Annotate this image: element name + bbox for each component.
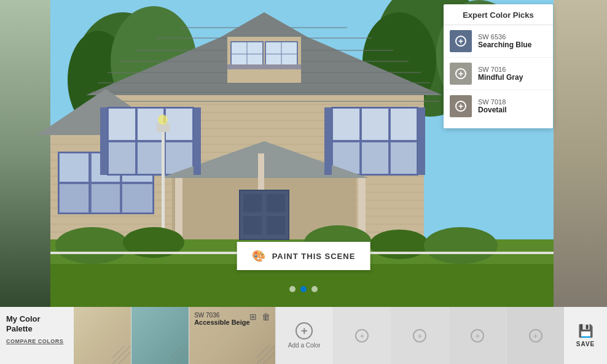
palette-title: My ColorPalette <box>6 314 41 333</box>
color-pick-code-1: SW 6536 <box>478 33 531 41</box>
color-pick-info-3: SW 7018 Dovetail <box>478 98 507 114</box>
svg-rect-113 <box>418 107 425 175</box>
svg-rect-97 <box>243 194 262 212</box>
color-swatch-blue[interactable]: + <box>450 30 472 52</box>
svg-rect-75 <box>109 109 135 140</box>
svg-rect-7 <box>0 0 50 307</box>
carousel-dot-1[interactable] <box>289 286 296 292</box>
svg-rect-110 <box>100 107 108 175</box>
svg-line-122 <box>263 352 275 364</box>
color-pick-item-2[interactable]: + SW 7016 Mindful Gray <box>444 58 553 90</box>
save-label: SAVE <box>576 341 595 347</box>
empty-plus-2[interactable]: + <box>413 329 426 343</box>
expert-panel-title: Expert Color Picks <box>444 10 553 25</box>
svg-rect-99 <box>243 216 262 234</box>
svg-point-103 <box>158 115 168 125</box>
carousel-dots <box>289 286 318 292</box>
palette-swatch-1[interactable] <box>74 307 131 364</box>
palette-bar: My ColorPalette COMPARE COLORS <box>0 307 607 364</box>
svg-rect-10 <box>50 264 554 307</box>
swatch-hatch-3 <box>257 346 275 364</box>
add-color-btn-1[interactable]: + <box>455 36 466 47</box>
paint-button-label: PAINT THIS SCENE <box>272 252 356 261</box>
expert-color-panel: Expert Color Picks + SW 6536 Searching B… <box>444 4 553 128</box>
carousel-dot-2[interactable] <box>300 286 307 292</box>
main-container: Expert Color Picks + SW 6536 Searching B… <box>0 0 607 364</box>
swatch-hatch-1 <box>112 346 131 364</box>
color-pick-code-3: SW 7018 <box>478 98 507 106</box>
palette-swatch-empty-2[interactable]: + <box>391 307 449 364</box>
svg-line-118 <box>170 346 182 358</box>
svg-point-108 <box>424 227 498 264</box>
scene-area: Expert Color Picks + SW 6536 Searching B… <box>0 0 607 307</box>
paint-icon: 🎨 <box>252 249 266 263</box>
palette-swatch-empty-3[interactable]: + <box>449 307 507 364</box>
palette-swatch-empty-1[interactable]: + <box>334 307 391 364</box>
svg-rect-79 <box>138 142 163 174</box>
svg-line-121 <box>257 346 269 358</box>
compare-colors-button[interactable]: COMPARE COLORS <box>6 338 63 344</box>
svg-rect-89 <box>362 142 388 174</box>
svg-point-107 <box>370 230 429 259</box>
svg-rect-86 <box>362 109 388 140</box>
svg-rect-98 <box>267 194 285 212</box>
svg-rect-78 <box>109 142 135 174</box>
color-pick-item-3[interactable]: + SW 7018 Dovetail <box>444 90 553 122</box>
color-pick-name-2: Mindful Gray <box>478 73 523 82</box>
svg-rect-111 <box>194 107 201 175</box>
svg-rect-65 <box>60 153 88 182</box>
empty-plus-3[interactable]: + <box>471 329 484 343</box>
color-pick-item-1[interactable]: + SW 6536 Searching Blue <box>444 25 553 58</box>
palette-label: My ColorPalette COMPARE COLORS <box>0 307 74 364</box>
empty-plus-4[interactable]: + <box>529 329 542 343</box>
svg-rect-68 <box>60 184 88 212</box>
swatch-actions-3: ⊞ 🗑 <box>248 311 272 323</box>
color-pick-code-2: SW 7016 <box>478 66 523 73</box>
palette-swatch-empty-4[interactable]: + <box>507 307 564 364</box>
svg-point-104 <box>55 227 129 264</box>
swatch-grid-button[interactable]: ⊞ <box>248 311 258 323</box>
svg-rect-112 <box>324 107 332 175</box>
color-swatch-gray[interactable]: + <box>450 63 472 85</box>
svg-line-116 <box>119 352 131 364</box>
svg-rect-8 <box>554 0 607 307</box>
svg-rect-77 <box>166 109 192 140</box>
svg-line-115 <box>112 346 125 358</box>
swatch-delete-button[interactable]: 🗑 <box>260 311 272 323</box>
svg-rect-100 <box>267 216 285 234</box>
color-swatch-dark[interactable]: + <box>450 95 472 117</box>
palette-swatch-3[interactable]: SW 7036 Accessible Beige ⊞ 🗑 <box>189 307 276 364</box>
svg-rect-70 <box>122 184 152 212</box>
add-color-label: Add a Color <box>288 342 321 349</box>
paint-scene-button[interactable]: 🎨 PAINT THIS SCENE <box>237 242 370 270</box>
color-pick-name-3: Dovetail <box>478 106 507 114</box>
add-color-circle: + <box>296 322 313 339</box>
color-pick-info-2: SW 7016 Mindful Gray <box>478 66 523 82</box>
svg-rect-87 <box>391 109 417 140</box>
add-color-btn-2[interactable]: + <box>455 68 466 79</box>
svg-rect-101 <box>162 123 165 239</box>
empty-plus-1[interactable]: + <box>355 329 369 343</box>
svg-line-119 <box>176 352 189 364</box>
palette-swatches: SW 7036 Accessible Beige ⊞ 🗑 + Add a Col… <box>74 307 564 364</box>
svg-rect-85 <box>333 109 359 140</box>
carousel-dot-3[interactable] <box>311 286 318 292</box>
save-button[interactable]: 💾 SAVE <box>564 307 607 364</box>
add-color-btn-3[interactable]: + <box>455 101 466 112</box>
add-color-item[interactable]: + Add a Color <box>276 307 334 364</box>
svg-rect-46 <box>227 64 301 69</box>
palette-swatch-2[interactable] <box>131 307 189 364</box>
color-pick-name-1: Searching Blue <box>478 41 531 49</box>
svg-rect-69 <box>92 184 120 212</box>
color-pick-info-1: SW 6536 Searching Blue <box>478 33 531 49</box>
save-icon: 💾 <box>578 323 593 338</box>
svg-rect-90 <box>391 142 417 174</box>
swatch-hatch-2 <box>170 346 189 364</box>
svg-rect-93 <box>175 178 182 239</box>
